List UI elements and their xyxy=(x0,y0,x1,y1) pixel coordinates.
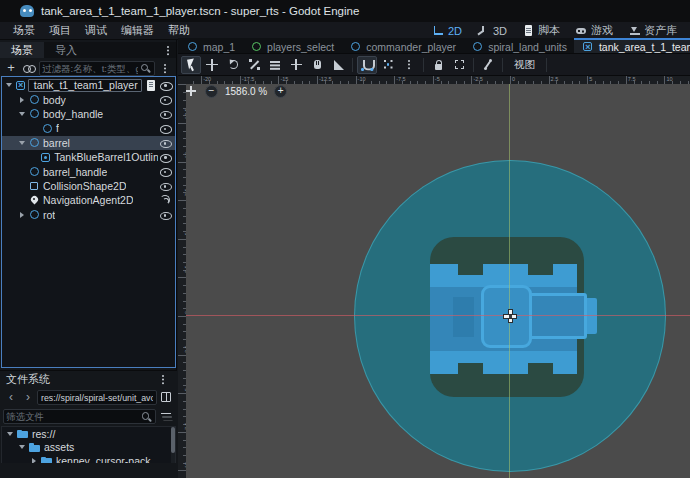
fs-back-button[interactable] xyxy=(3,389,19,405)
filesystem-menu-button[interactable] xyxy=(155,371,171,387)
tool-grid-snap-button[interactable] xyxy=(378,56,398,74)
scene-tab-players_select[interactable]: players_select xyxy=(242,38,341,53)
ruler-tick xyxy=(201,76,202,84)
zoom-out-button[interactable]: − xyxy=(205,85,218,98)
scene-tab-tank_area_t_1_team_1_player[interactable]: tank_area_t_1_team_1_player× xyxy=(574,38,690,53)
tool-scale-button[interactable] xyxy=(244,56,264,74)
expander-closed-icon[interactable] xyxy=(30,454,39,463)
tree-row-body[interactable]: body xyxy=(2,92,175,106)
menu-项目[interactable]: 项目 xyxy=(42,22,78,39)
tool-list-select-button[interactable] xyxy=(265,56,285,74)
lock-icon xyxy=(431,58,445,72)
pan-view-icon[interactable] xyxy=(184,84,198,98)
fs-path-input[interactable] xyxy=(38,391,156,404)
tree-row-TankBlueBarrel1Outline[interactable]: TankBlueBarrel1Outline xyxy=(2,150,175,164)
fs-split-mode-button[interactable] xyxy=(158,389,174,405)
script-toggle-button[interactable] xyxy=(144,77,159,93)
snap-options-icon xyxy=(402,58,416,72)
tool-smart-snap-button[interactable] xyxy=(357,56,377,74)
scene-tab-map_1[interactable]: map_1 xyxy=(178,38,242,53)
tool-pan-button[interactable] xyxy=(307,56,327,74)
expander-open-icon[interactable] xyxy=(18,136,27,150)
ruler-tick xyxy=(183,409,186,410)
tool-move-button[interactable] xyxy=(202,56,222,74)
expander-open-icon[interactable] xyxy=(5,78,14,92)
tool-ruler-button[interactable] xyxy=(328,56,348,74)
tree-row-f[interactable]: f xyxy=(2,121,175,135)
eye-toggle-button[interactable] xyxy=(157,106,173,122)
folder-icon xyxy=(39,454,53,463)
tank-sprite[interactable] xyxy=(430,264,577,374)
fs-row-kenney_cursor-pack[interactable]: kenney_cursor-pack xyxy=(2,454,175,463)
switch-2D[interactable]: 2D xyxy=(424,22,469,39)
fs-forward-button[interactable] xyxy=(20,389,36,405)
tool-select-button[interactable] xyxy=(181,56,201,74)
expander-closed-icon[interactable] xyxy=(18,208,27,222)
eye-toggle-button[interactable] xyxy=(157,135,173,151)
add-node-button[interactable] xyxy=(3,60,19,76)
switch-游戏[interactable]: 游戏 xyxy=(567,22,620,39)
zoom-in-button[interactable]: + xyxy=(274,85,287,98)
menu-帮助[interactable]: 帮助 xyxy=(161,22,197,39)
view-menu-button[interactable]: 视图 xyxy=(507,57,542,73)
ruler-tick xyxy=(294,81,295,84)
scene-tab-label: commander_player xyxy=(366,41,456,53)
fs-row-assets[interactable]: assets xyxy=(2,441,175,455)
fs-row-res://[interactable]: res:// xyxy=(2,427,175,441)
expander-open-icon[interactable] xyxy=(18,440,27,454)
tree-row-barrel[interactable]: barrel xyxy=(2,136,175,150)
fs-scrollbar-grabber[interactable] xyxy=(171,427,175,453)
tool-rotate-button[interactable] xyxy=(223,56,243,74)
expander-closed-icon[interactable] xyxy=(18,93,27,107)
menu-编辑器[interactable]: 编辑器 xyxy=(114,22,161,39)
dock-tab-导入[interactable]: 导入 xyxy=(44,42,88,58)
ruler-tick xyxy=(626,76,627,84)
tool-snap-options-button[interactable] xyxy=(399,56,419,74)
tree-row-tank_t1_team1_player[interactable]: tank_t1_team1_player xyxy=(2,78,175,92)
ruler-tick xyxy=(595,81,596,84)
scene-tab-commander_player[interactable]: commander_player xyxy=(341,38,463,53)
eye-toggle-button[interactable] xyxy=(158,77,173,93)
fs-sort-button[interactable] xyxy=(158,409,174,425)
eye-toggle-button[interactable] xyxy=(157,178,173,194)
dots-menu-icon xyxy=(158,61,172,75)
node-name: body_handle xyxy=(41,108,103,120)
eye-toggle-button[interactable] xyxy=(157,164,173,180)
switch-资产库[interactable]: 资产库 xyxy=(620,22,684,39)
tool-skeleton-button[interactable] xyxy=(478,56,498,74)
dock-tab-场景[interactable]: 场景 xyxy=(0,42,44,58)
eye-toggle-button[interactable] xyxy=(157,207,173,223)
instance-scene-button[interactable] xyxy=(21,60,37,76)
switch-脚本[interactable]: 脚本 xyxy=(514,22,567,39)
node2d-node-icon xyxy=(27,165,41,179)
tool-edit-pivot-button[interactable] xyxy=(286,56,306,74)
eye-toggle-button[interactable] xyxy=(157,120,173,136)
2d-viewport[interactable]: -20-17.5-15-12.5-10-7.5-5-2.502.557.510 … xyxy=(178,76,690,478)
tree-row-body_handle[interactable]: body_handle xyxy=(2,107,175,121)
tool-group-button[interactable] xyxy=(449,56,469,74)
tree-row-barrel_handle[interactable]: barrel_handle xyxy=(2,164,175,178)
expander-open-icon[interactable] xyxy=(6,427,15,441)
scene-tree-menu-button[interactable] xyxy=(157,60,173,76)
menu-场景[interactable]: 场景 xyxy=(6,22,42,39)
expander-open-icon[interactable] xyxy=(18,107,27,121)
switch-3D[interactable]: 3D xyxy=(469,22,514,39)
node2d-icon xyxy=(348,40,362,54)
eye-toggle-button[interactable] xyxy=(158,149,173,165)
ruler-tick xyxy=(572,81,573,84)
rename-input[interactable]: tank_t1_team1_player xyxy=(28,79,142,92)
scene-filter-input[interactable] xyxy=(42,63,138,74)
menu-调试[interactable]: 调试 xyxy=(78,22,114,39)
tree-row-rot[interactable]: rot xyxy=(2,208,175,222)
tool-lock-button[interactable] xyxy=(428,56,448,74)
fs-filter-input[interactable] xyxy=(6,411,139,422)
zoom-percentage[interactable]: 1586.0 % xyxy=(225,86,267,97)
tree-row-CollisionShape2D[interactable]: CollisionShape2D xyxy=(2,179,175,193)
context-switcher: 2D3D脚本游戏资产库 xyxy=(424,22,684,39)
eye-toggle-button[interactable] xyxy=(157,92,173,108)
tree-row-NavigationAgent2D[interactable]: NavigationAgent2D xyxy=(2,193,175,207)
scene-tab-spiral_land_units[interactable]: spiral_land_units xyxy=(463,38,574,53)
fs-scrollbar[interactable] xyxy=(171,427,175,463)
signal-toggle-button[interactable] xyxy=(157,192,173,208)
scene-dock-menu-button[interactable] xyxy=(160,42,176,58)
